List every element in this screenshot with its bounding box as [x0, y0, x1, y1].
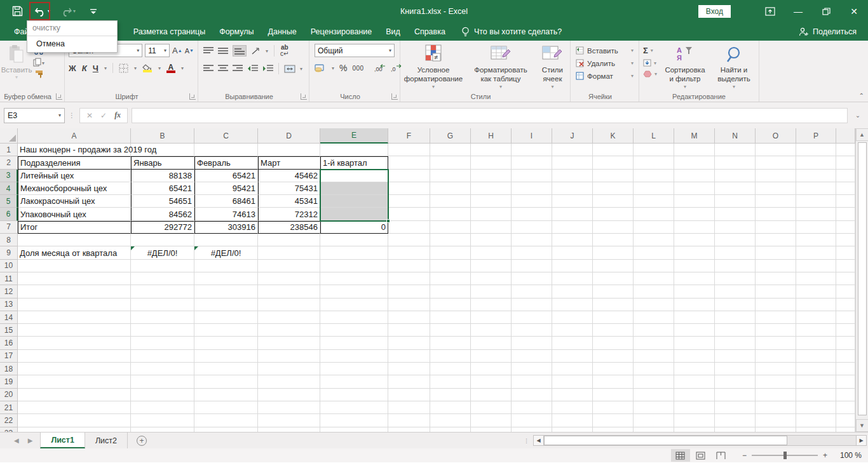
cell-H2[interactable] — [471, 156, 512, 169]
cell-J14[interactable] — [552, 311, 593, 324]
cell-A11[interactable] — [18, 272, 131, 285]
cell-A8[interactable] — [18, 234, 131, 246]
cell-B11[interactable] — [131, 272, 194, 285]
cell-P11[interactable] — [796, 272, 836, 285]
cell-F21[interactable] — [388, 401, 430, 414]
cell-P20[interactable] — [796, 389, 836, 401]
cell-O9[interactable] — [756, 246, 796, 259]
cell-E21[interactable] — [320, 401, 388, 414]
cell-O7[interactable] — [756, 221, 796, 234]
cell-B20[interactable] — [131, 389, 194, 401]
cell-P22[interactable] — [796, 414, 836, 427]
cell-M5[interactable] — [674, 195, 715, 208]
underline-button[interactable]: Ч — [93, 64, 98, 73]
cell-B22[interactable] — [131, 414, 194, 427]
cell-A21[interactable] — [18, 401, 131, 414]
cell-D16[interactable] — [258, 337, 320, 349]
vertical-scroll-thumb[interactable] — [858, 142, 867, 415]
cell-J4[interactable] — [552, 182, 593, 195]
cell-E12[interactable] — [320, 285, 388, 298]
expand-formula-bar-icon[interactable]: ⌄ — [851, 112, 864, 119]
cell-F2[interactable] — [388, 156, 430, 169]
cell-K22[interactable] — [593, 414, 634, 427]
cell-N14[interactable] — [715, 311, 756, 324]
cell-L15[interactable] — [634, 324, 674, 337]
cell-I12[interactable] — [512, 285, 552, 298]
cell-K18[interactable] — [593, 363, 634, 375]
cell-H1[interactable] — [471, 144, 512, 156]
cell-N21[interactable] — [715, 401, 756, 414]
cell-O3[interactable] — [756, 170, 796, 182]
horizontal-scrollbar[interactable]: ⋮ ◀ ▶ — [524, 434, 867, 446]
tab-page-layout[interactable]: Разметка страницы — [126, 23, 212, 40]
zoom-out-icon[interactable]: − — [742, 451, 747, 460]
cell-E20[interactable] — [320, 389, 388, 401]
cell-K12[interactable] — [593, 285, 634, 298]
align-center-icon[interactable] — [218, 65, 228, 72]
cell-N11[interactable] — [715, 272, 756, 285]
cell-I20[interactable] — [512, 389, 552, 401]
cell-F20[interactable] — [388, 389, 430, 401]
cell-C18[interactable] — [194, 363, 258, 375]
column-header-E[interactable]: E — [320, 128, 388, 144]
cell-P21[interactable] — [796, 401, 836, 414]
row-header-21[interactable]: 21 — [0, 401, 18, 414]
cell-P12[interactable] — [796, 285, 836, 298]
column-header-O[interactable]: O — [756, 128, 796, 144]
cell-A20[interactable] — [18, 389, 131, 401]
cell-B23[interactable] — [131, 427, 194, 432]
cell-E15[interactable] — [320, 324, 388, 337]
cell-A19[interactable] — [18, 375, 131, 388]
cell-N22[interactable] — [715, 414, 756, 427]
cell-O1[interactable] — [756, 144, 796, 156]
cell-K14[interactable] — [593, 311, 634, 324]
cell-J16[interactable] — [552, 337, 593, 349]
cell-M11[interactable] — [674, 272, 715, 285]
cell-K16[interactable] — [593, 337, 634, 349]
cell-L3[interactable] — [634, 170, 674, 182]
collapse-ribbon-icon[interactable]: ⌃ — [859, 92, 864, 99]
cell-I18[interactable] — [512, 363, 552, 375]
sheet-tab-1[interactable]: Лист1 — [40, 433, 85, 448]
cell-H9[interactable] — [471, 246, 512, 259]
cell-K2[interactable] — [593, 156, 634, 169]
cell-M1[interactable] — [674, 144, 715, 156]
cell-F23[interactable] — [388, 427, 430, 432]
cell-N3[interactable] — [715, 170, 756, 182]
cell-L4[interactable] — [634, 182, 674, 195]
cell-B5[interactable]: 54651 — [131, 195, 194, 208]
tell-me-box[interactable]: Что вы хотите сделать? — [461, 27, 562, 37]
cell-G3[interactable] — [430, 170, 471, 182]
fill-button[interactable]: ▾ — [642, 58, 658, 67]
cell-J10[interactable] — [552, 260, 593, 272]
cell-J17[interactable] — [552, 350, 593, 363]
cell-E14[interactable] — [320, 311, 388, 324]
borders-icon[interactable] — [119, 64, 128, 73]
cell-B12[interactable] — [131, 285, 194, 298]
cell-N9[interactable] — [715, 246, 756, 259]
cell-L13[interactable] — [634, 299, 674, 311]
cell-G15[interactable] — [430, 324, 471, 337]
row-header-3[interactable]: 3 — [0, 170, 18, 182]
cell-D13[interactable] — [258, 299, 320, 311]
cell-O16[interactable] — [756, 337, 796, 349]
format-cells-button[interactable]: Формат▾ — [574, 71, 635, 81]
cell-F11[interactable] — [388, 272, 430, 285]
cell-J23[interactable] — [552, 427, 593, 432]
cell-K20[interactable] — [593, 389, 634, 401]
cell-D18[interactable] — [258, 363, 320, 375]
column-header-I[interactable]: I — [512, 128, 552, 144]
cell-P18[interactable] — [796, 363, 836, 375]
close-button[interactable]: ✕ — [840, 0, 868, 22]
cell-K5[interactable] — [593, 195, 634, 208]
cell-E22[interactable] — [320, 414, 388, 427]
cell-C11[interactable] — [194, 272, 258, 285]
cell-J1[interactable] — [552, 144, 593, 156]
cell-B8[interactable] — [131, 234, 194, 246]
cell-O4[interactable] — [756, 182, 796, 195]
cell-H15[interactable] — [471, 324, 512, 337]
cell-H5[interactable] — [471, 195, 512, 208]
scroll-right-icon[interactable]: ▶ — [856, 435, 867, 446]
cell-O18[interactable] — [756, 363, 796, 375]
number-format-combo[interactable]: Общий▾ — [315, 44, 395, 57]
